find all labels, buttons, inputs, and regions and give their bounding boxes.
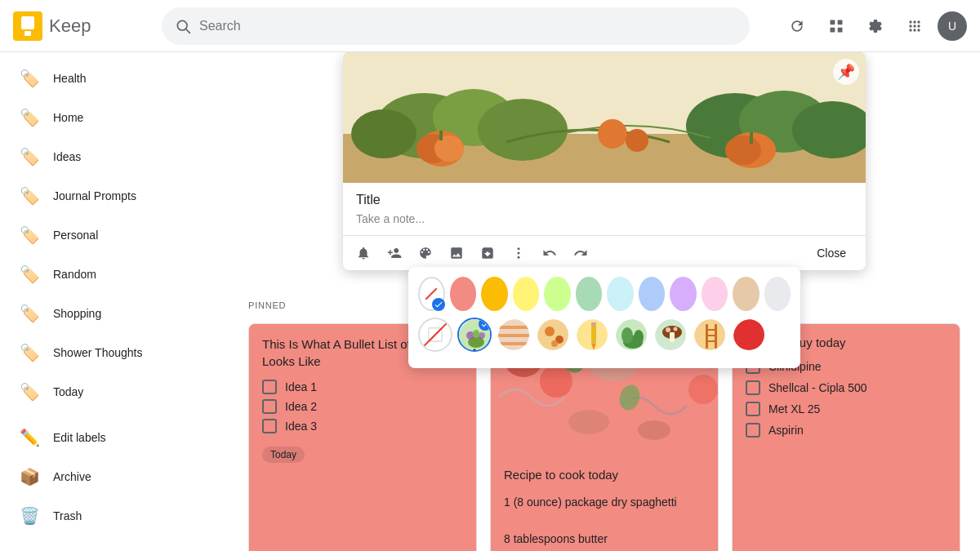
color-row-1 bbox=[418, 277, 791, 311]
checkbox-1[interactable] bbox=[262, 380, 277, 394]
med-item-3: Met XL 25 bbox=[746, 402, 947, 416]
checkbox-3[interactable] bbox=[262, 419, 277, 433]
color-graphite[interactable] bbox=[764, 277, 791, 311]
label-icon: 🏷️ bbox=[20, 147, 40, 167]
checkbox-2[interactable] bbox=[262, 399, 277, 414]
svg-point-54 bbox=[545, 327, 555, 336]
svg-rect-42 bbox=[429, 328, 443, 342]
sidebar-item-home[interactable]: 🏷️ Home bbox=[0, 98, 216, 137]
remind-button[interactable] bbox=[350, 239, 377, 267]
search-bar[interactable] bbox=[162, 7, 750, 45]
sidebar-item-trash[interactable]: 🗑️ Trash bbox=[0, 496, 216, 535]
svg-point-15 bbox=[917, 24, 920, 27]
note-editor-title[interactable]: Title bbox=[356, 193, 853, 207]
sidebar-item-shopping[interactable]: 🏷️ Shopping bbox=[0, 294, 216, 333]
image-button[interactable] bbox=[443, 239, 470, 267]
settings-button[interactable] bbox=[859, 10, 892, 42]
color-red[interactable] bbox=[450, 277, 477, 311]
bg-food[interactable] bbox=[536, 318, 570, 352]
color-none[interactable] bbox=[418, 277, 445, 311]
color-sand[interactable] bbox=[733, 277, 760, 311]
color-sage[interactable] bbox=[576, 277, 603, 311]
sidebar-item-edit-labels[interactable]: ✏️ Edit labels bbox=[0, 418, 216, 457]
sidebar-item-personal[interactable]: 🏷️ Personal bbox=[0, 216, 216, 255]
label-icon: 🏷️ bbox=[20, 264, 40, 284]
bg-red[interactable] bbox=[732, 318, 766, 352]
color-orange[interactable] bbox=[481, 277, 508, 311]
sidebar-item-random[interactable]: 🏷️ Random bbox=[0, 255, 216, 294]
med-checkbox-2[interactable] bbox=[746, 380, 760, 395]
color-yellow[interactable] bbox=[513, 277, 540, 311]
color-pink[interactable] bbox=[702, 277, 728, 311]
checklist-text-3: Idea 3 bbox=[285, 420, 317, 433]
bg-plants[interactable] bbox=[614, 318, 648, 352]
recipe-content: Recipe to cook today 1 (8 ounce) package… bbox=[491, 455, 718, 551]
close-button[interactable]: Close bbox=[804, 240, 859, 266]
bg-pencil[interactable] bbox=[575, 318, 609, 352]
sidebar-item-shower-thoughts[interactable]: 🏷️ Shower Thoughts bbox=[0, 333, 216, 372]
bg-groceries[interactable]: Groceries bbox=[457, 318, 492, 352]
svg-rect-1 bbox=[21, 16, 34, 29]
image-row-1: Groceries bbox=[418, 318, 791, 352]
keep-logo-icon bbox=[13, 11, 42, 41]
bell-icon bbox=[356, 246, 371, 260]
med-checkbox-4[interactable] bbox=[746, 423, 760, 438]
app-title: Keep bbox=[49, 16, 91, 37]
color-blue[interactable] bbox=[639, 277, 666, 311]
checklist-text-1: Idea 1 bbox=[285, 380, 317, 393]
svg-point-28 bbox=[434, 136, 464, 162]
sidebar-item-journal-prompts[interactable]: 🏷️ Journal Prompts bbox=[0, 176, 216, 216]
svg-point-69 bbox=[674, 327, 678, 331]
archive-icon: 📦 bbox=[20, 467, 40, 487]
bg-stripes[interactable] bbox=[497, 318, 531, 352]
sidebar-label-personal: Personal bbox=[53, 229, 98, 242]
svg-point-25 bbox=[478, 99, 568, 161]
bg-mushroom[interactable] bbox=[653, 318, 688, 352]
search-input[interactable] bbox=[199, 19, 737, 33]
pin-button[interactable]: 📌 bbox=[833, 59, 859, 85]
label-icon: 🏷️ bbox=[20, 382, 40, 402]
bg-ladder[interactable] bbox=[693, 318, 727, 352]
collab-button[interactable] bbox=[381, 239, 408, 267]
svg-rect-74 bbox=[706, 335, 717, 336]
archive-box-icon bbox=[480, 246, 495, 260]
note-toolbar: Close bbox=[343, 235, 866, 270]
svg-point-63 bbox=[621, 327, 633, 344]
checklist-text-2: Idea 2 bbox=[285, 400, 317, 413]
bg-none[interactable] bbox=[418, 318, 452, 352]
sidebar-label-shower-thoughts: Shower Thoughts bbox=[53, 346, 142, 359]
color-picker-popup: Groceries bbox=[408, 267, 800, 368]
svg-rect-73 bbox=[706, 329, 717, 331]
color-button[interactable] bbox=[412, 239, 439, 267]
color-cerulean[interactable] bbox=[607, 277, 634, 311]
sidebar-item-archive[interactable]: 📦 Archive bbox=[0, 457, 216, 496]
sidebar-label-journal-prompts: Journal Prompts bbox=[53, 189, 136, 202]
svg-point-10 bbox=[909, 20, 911, 23]
color-teal[interactable] bbox=[544, 277, 571, 311]
svg-rect-6 bbox=[838, 20, 843, 24]
color-lavender[interactable] bbox=[670, 277, 697, 311]
more-button[interactable] bbox=[505, 239, 532, 267]
med-checkbox-3[interactable] bbox=[746, 402, 760, 416]
svg-rect-8 bbox=[838, 27, 843, 32]
sidebar-label-home: Home bbox=[53, 111, 83, 124]
note-editor-placeholder[interactable]: Take a note... bbox=[356, 212, 853, 225]
avatar[interactable]: U bbox=[938, 11, 967, 41]
note-editor-body: Title Take a note... bbox=[343, 183, 866, 225]
undo-button[interactable] bbox=[536, 239, 564, 267]
refresh-icon bbox=[789, 18, 805, 34]
layout-button[interactable] bbox=[820, 10, 853, 42]
redo-button[interactable] bbox=[567, 239, 595, 267]
sidebar-label-health: Health bbox=[53, 72, 86, 85]
med-text-3: Met XL 25 bbox=[768, 402, 820, 415]
sidebar-item-ideas[interactable]: 🏷️ Ideas bbox=[0, 137, 216, 176]
refresh-button[interactable] bbox=[781, 10, 813, 42]
sidebar-item-today[interactable]: 🏷️ Today bbox=[0, 372, 216, 411]
tag-today[interactable]: Today bbox=[262, 447, 305, 463]
apps-button[interactable] bbox=[898, 10, 931, 42]
sidebar-item-health[interactable]: 🏷️ Health bbox=[0, 59, 216, 98]
svg-point-47 bbox=[479, 332, 485, 339]
svg-rect-60 bbox=[591, 322, 596, 326]
svg-point-17 bbox=[913, 29, 915, 31]
archive-inline-button[interactable] bbox=[474, 239, 501, 267]
